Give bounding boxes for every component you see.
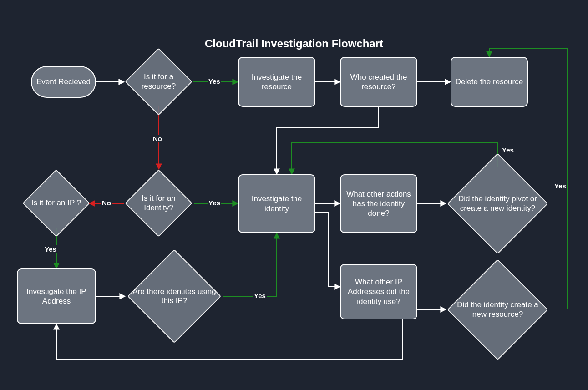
label-yes: Yes: [208, 199, 221, 207]
node-text: Is it for an IP ?: [25, 179, 87, 227]
node-text: Is it for a resource?: [126, 58, 192, 106]
flowchart-canvas: CloudTrail Investigation Flowchart: [0, 0, 588, 390]
chart-title: CloudTrail Investigation Flowchart: [0, 37, 588, 50]
node-text: Did the identity create a new resource?: [449, 274, 546, 345]
node-identities-using-ip: Are there identites using this IP?: [141, 263, 208, 329]
node-investigate-ip: Investigate the IP Address: [17, 268, 96, 324]
node-text: Event Recieved: [36, 77, 91, 86]
node-text: Investigate the identity: [243, 194, 311, 213]
label-yes: Yes: [553, 182, 567, 190]
node-other-actions: What other actions has the identity done…: [340, 174, 417, 233]
node-text: Investigate the IP Address: [21, 287, 91, 306]
node-create-new-resource: Did the identity create a new resource?: [462, 274, 533, 345]
label-yes: Yes: [253, 292, 267, 299]
label-no: No: [152, 135, 163, 142]
node-text: Did the identity pivot or create a new i…: [449, 168, 546, 239]
label-yes: Yes: [208, 77, 221, 85]
node-text: Delete the resource: [456, 77, 523, 86]
label-no: No: [101, 199, 112, 207]
node-is-ip: Is it for an IP ?: [32, 179, 80, 227]
node-other-ips: What other IP Addresses did the identity…: [340, 264, 417, 319]
node-pivot-identity: Did the identity pivot or create a new i…: [462, 168, 533, 239]
node-is-resource: Is it for a resource?: [135, 58, 182, 106]
node-text: Is it for an Identity?: [126, 179, 192, 227]
node-who-created: Who created the resource?: [340, 57, 417, 107]
node-investigate-identity: Investigate the identity: [238, 174, 315, 233]
node-text: What other actions has the identity done…: [345, 189, 413, 218]
node-text: Who created the resource?: [345, 72, 413, 92]
label-yes: Yes: [44, 245, 57, 253]
node-text: Are there identites using this IP?: [128, 263, 220, 329]
node-text: What other IP Addresses did the identity…: [345, 277, 413, 306]
node-text: Investigate the resource: [243, 72, 311, 92]
node-investigate-resource: Investigate the resource: [238, 57, 315, 107]
label-yes: Yes: [501, 146, 515, 154]
node-delete-resource: Delete the resource: [451, 57, 528, 107]
node-is-identity: Is it for an Identity?: [135, 179, 182, 227]
node-event-received: Event Recieved: [31, 66, 96, 98]
